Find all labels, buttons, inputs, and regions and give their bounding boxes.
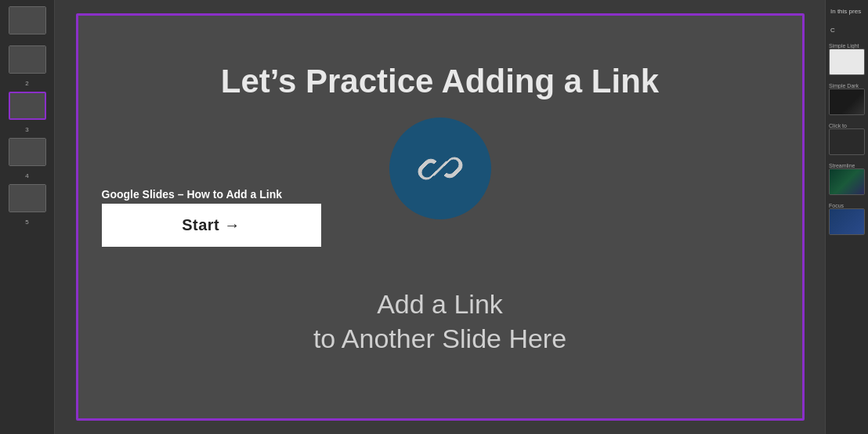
c-label: C bbox=[829, 25, 837, 35]
tooltip-label: Google Slides – How to Add a Link bbox=[102, 188, 321, 204]
start-button-container[interactable]: Start → bbox=[102, 204, 321, 247]
theme-streamline[interactable]: Streamline bbox=[829, 161, 865, 195]
theme-simple-light-label: Simple Light bbox=[829, 43, 859, 49]
theme-click-to-thumb[interactable] bbox=[829, 128, 865, 155]
slide-num-5: 5 bbox=[25, 219, 28, 226]
svg-line-0 bbox=[434, 162, 447, 175]
main-area: Let’s Practice Adding a Link Add a Link … bbox=[55, 0, 825, 434]
slide-num-3: 3 bbox=[25, 126, 28, 133]
start-button[interactable]: Start → bbox=[182, 216, 241, 234]
link-icon-circle bbox=[389, 118, 491, 219]
slide-num-4: 4 bbox=[25, 172, 28, 179]
slide-thumb-4[interactable] bbox=[9, 138, 46, 166]
slide-thumb-5[interactable] bbox=[9, 184, 46, 212]
theme-streamline-thumb[interactable] bbox=[829, 168, 865, 195]
slide-num-2: 2 bbox=[25, 80, 28, 87]
slide-title: Let’s Practice Adding a Link bbox=[221, 63, 659, 100]
slide-thumb-1[interactable] bbox=[9, 6, 46, 34]
slide-subtitle: Add a Link to Another Slide Here bbox=[313, 287, 566, 356]
theme-streamline-label: Streamline bbox=[829, 163, 855, 168]
theme-focus[interactable]: Focus bbox=[829, 201, 865, 235]
theme-simple-dark-label: Simple Dark bbox=[829, 83, 859, 89]
slide-thumb-2[interactable] bbox=[9, 45, 46, 74]
theme-group-c: C bbox=[829, 25, 865, 35]
left-sidebar: 2 3 4 5 bbox=[0, 0, 55, 434]
theme-focus-label: Focus bbox=[829, 203, 844, 208]
tooltip-overlay: Google Slides – How to Add a Link Start … bbox=[102, 188, 321, 247]
theme-simple-dark-thumb[interactable] bbox=[829, 89, 865, 115]
link-chain-icon bbox=[417, 145, 464, 192]
slide-canvas[interactable]: Let’s Practice Adding a Link Add a Link … bbox=[76, 13, 805, 421]
right-sidebar: In this pres C Simple Light Simple Dark … bbox=[825, 0, 868, 434]
in-this-presentation-label: In this pres bbox=[829, 6, 865, 19]
theme-simple-light[interactable]: Simple Light bbox=[829, 42, 865, 75]
theme-simple-light-thumb[interactable] bbox=[829, 49, 865, 75]
theme-click-to-label: Click to bbox=[829, 123, 847, 128]
theme-click-to[interactable]: Click to bbox=[829, 121, 865, 155]
slide-thumb-3[interactable] bbox=[9, 92, 46, 120]
theme-focus-thumb[interactable] bbox=[829, 208, 865, 235]
theme-simple-dark[interactable]: Simple Dark bbox=[829, 81, 865, 115]
